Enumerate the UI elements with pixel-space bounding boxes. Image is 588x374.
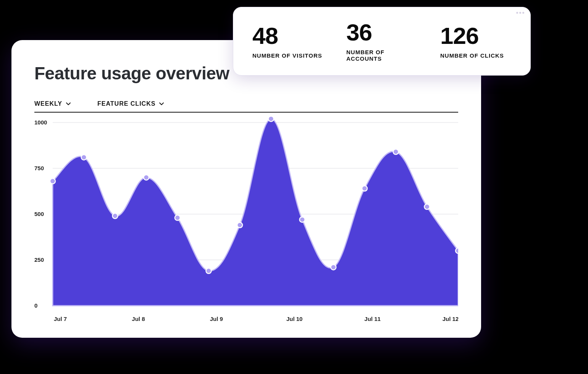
svg-text:500: 500 (34, 211, 44, 217)
svg-text:1000: 1000 (34, 119, 47, 126)
stat-clicks: 126 NUMBER OF CLICKS (440, 24, 511, 59)
svg-text:Jul 12: Jul 12 (443, 316, 458, 322)
stat-accounts: 36 NUMBER OF ACCOUNTS (346, 21, 417, 62)
data-point[interactable] (112, 213, 118, 219)
data-point[interactable] (81, 155, 87, 160)
svg-text:Jul 11: Jul 11 (364, 316, 381, 322)
chevron-down-icon (66, 102, 71, 106)
stat-clicks-value: 126 (440, 24, 511, 48)
svg-text:750: 750 (34, 165, 44, 171)
svg-text:Jul 10: Jul 10 (286, 316, 303, 322)
data-point[interactable] (424, 204, 430, 210)
more-options-icon[interactable] (516, 12, 524, 14)
stat-clicks-label: NUMBER OF CLICKS (440, 52, 511, 59)
data-point[interactable] (331, 264, 336, 270)
data-point[interactable] (362, 186, 367, 191)
data-point[interactable] (50, 179, 55, 184)
stats-card: 48 NUMBER OF VISITORS 36 NUMBER OF ACCOU… (233, 7, 531, 76)
stat-visitors-value: 48 (252, 24, 323, 48)
stat-accounts-value: 36 (346, 21, 417, 44)
metric-selector[interactable]: FEATURE CLICKS (97, 100, 164, 107)
stat-visitors-label: NUMBER OF VISITORS (252, 52, 323, 59)
chart-card: Feature usage overview WEEKLY FEATURE CL… (11, 40, 481, 338)
svg-text:Jul 9: Jul 9 (210, 316, 223, 322)
data-point[interactable] (237, 222, 242, 228)
svg-text:Jul 8: Jul 8 (132, 316, 145, 322)
data-point[interactable] (393, 149, 399, 155)
data-point[interactable] (175, 215, 180, 221)
data-point[interactable] (144, 175, 149, 180)
period-selector-label: WEEKLY (34, 100, 62, 107)
period-selector[interactable]: WEEKLY (34, 100, 71, 107)
metric-selector-label: FEATURE CLICKS (97, 100, 155, 107)
chevron-down-icon (159, 102, 164, 106)
data-point[interactable] (206, 268, 211, 274)
chart-area: 02505007501000Jul 7Jul 8Jul 9Jul 10Jul 1… (34, 115, 458, 329)
data-point[interactable] (300, 217, 305, 222)
svg-text:0: 0 (34, 302, 37, 309)
data-point[interactable] (268, 116, 274, 121)
data-point[interactable] (456, 248, 458, 253)
svg-text:Jul 7: Jul 7 (54, 316, 67, 322)
stat-visitors: 48 NUMBER OF VISITORS (252, 24, 323, 59)
stat-accounts-label: NUMBER OF ACCOUNTS (346, 49, 417, 62)
svg-text:250: 250 (34, 256, 44, 263)
chart-selectors: WEEKLY FEATURE CLICKS (34, 100, 458, 113)
